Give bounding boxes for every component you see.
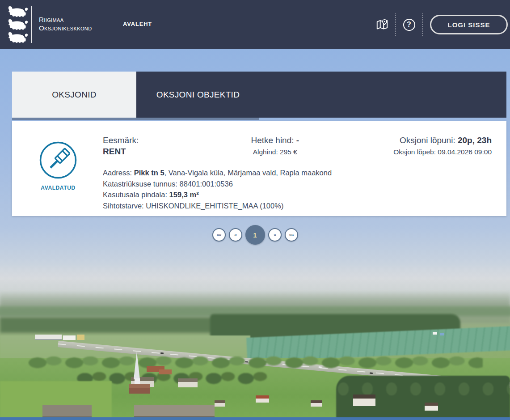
header-actions: ? LOGI SISSE: [369, 0, 508, 49]
photo-building: [77, 335, 84, 340]
current-price-line: Hetke hind: -: [219, 135, 331, 146]
photo-house: [256, 395, 269, 403]
time-left-value: 20p, 23h: [458, 136, 492, 145]
page: Riigimaa Oksjonikeskkond AVALEHT ? LOGI …: [0, 0, 510, 420]
auction-summary-row: Eesmärk: RENT Hetke hind: - Alghind: 295…: [103, 135, 492, 157]
map-icon[interactable]: [369, 11, 395, 38]
photo-red-roof-farm: [159, 369, 172, 374]
address-rest: , Vana-Vigala küla, Märjamaa vald, Rapla…: [164, 169, 332, 177]
photo-house: [311, 400, 322, 407]
current-price-value: -: [296, 136, 299, 145]
photo-building: [63, 335, 76, 340]
auction-status-block: AVALDATUD: [30, 135, 86, 216]
purpose-label: Eesmärk:: [103, 135, 219, 146]
property-details: Aadress: Pikk tn 5, Vana-Vigala küla, Mä…: [103, 167, 492, 211]
photo-car: [370, 372, 373, 374]
help-glyph: ?: [403, 19, 415, 31]
area-line: Kasutusala pindala: 159,3 m²: [103, 189, 492, 200]
tab-oksjonid[interactable]: OKSJONID: [12, 72, 136, 118]
start-price-line: Alghind: 295 €: [219, 147, 331, 157]
address-bold: Pikk tn 5: [134, 169, 164, 177]
purpose-column: Eesmärk: RENT: [103, 135, 219, 157]
photo-building: [440, 333, 444, 335]
pagination-current-page[interactable]: 1: [245, 225, 265, 245]
ends-at-value: 09.04.2026 09:00: [438, 148, 492, 156]
cadastral-line: Katastriüksuse tunnus: 88401:001:0536: [103, 178, 492, 190]
tab-oksjoni-objektid[interactable]: OKSJONI OBJEKTID: [136, 72, 260, 118]
time-left-line: Oksjoni lõpuni: 20p, 23h: [331, 135, 492, 146]
photo-building: [433, 332, 437, 335]
address-line: Aadress: Pikk tn 5, Vana-Vigala küla, Mä…: [103, 167, 492, 178]
footer-accent-bar: [0, 417, 510, 420]
pagination: «« « 1 » »»: [0, 225, 510, 245]
photo-house: [353, 395, 375, 406]
auction-details: Eesmärk: RENT Hetke hind: - Alghind: 295…: [86, 135, 492, 216]
cadastral-label: Katastriüksuse tunnus:: [103, 180, 180, 188]
help-icon[interactable]: ?: [396, 11, 422, 38]
area-value: 159,3 m²: [169, 191, 199, 199]
pagination-last-button[interactable]: »»: [285, 228, 298, 242]
current-price-label: Hetke hind:: [251, 136, 296, 145]
area-label: Kasutusala pindala:: [103, 191, 169, 199]
photo-house: [215, 400, 225, 407]
photo-manor-house: [178, 378, 198, 387]
land-use-label: Sihtotstarve:: [103, 202, 146, 210]
site-title-line2: Oksjonikeskkond: [39, 24, 92, 32]
price-column: Hetke hind: - Alghind: 295 €: [219, 135, 331, 157]
ends-at-line: Oksjon lõpeb: 09.04.2026 09:00: [331, 147, 492, 157]
land-use-value: UHISKONDLIKE_EHITISTE_MAA (100%): [146, 202, 283, 210]
estonia-coat-of-arms-icon: [4, 5, 29, 46]
photo-house: [425, 403, 438, 411]
app-header: Riigimaa Oksjonikeskkond AVALEHT ? LOGI …: [0, 0, 510, 49]
cadastral-value: 88401:001:0536: [180, 180, 233, 188]
photo-forest-strip: [0, 318, 215, 333]
purpose-value: RENT: [103, 146, 219, 157]
ends-at-label: Oksjon lõpeb:: [393, 148, 438, 156]
site-title-line1: Riigimaa: [39, 15, 92, 24]
address-label: Aadress:: [103, 169, 134, 177]
tab-underline: [12, 118, 259, 120]
land-use-line: Sihtotstarve: UHISKONDLIKE_EHITISTE_MAA …: [103, 200, 492, 212]
time-left-label: Oksjoni lõpuni:: [400, 136, 458, 145]
start-price-value: 295 €: [280, 148, 297, 156]
logo-divider: [31, 6, 32, 43]
gavel-icon: [39, 141, 77, 179]
header-divider: [422, 13, 423, 36]
pagination-next-button[interactable]: »: [268, 228, 282, 242]
time-column: Oksjoni lõpuni: 20p, 23h Oksjon lõpeb: 0…: [331, 135, 492, 157]
login-button[interactable]: LOGI SISSE: [430, 15, 508, 34]
tab-bar: OKSJONID OKSJONI OBJEKTID: [12, 72, 506, 118]
pagination-first-button[interactable]: ««: [212, 228, 226, 242]
auction-list-item[interactable]: AVALDATUD Eesmärk: RENT Hetke hind: - Al…: [12, 121, 506, 216]
photo-church-nave: [129, 384, 150, 394]
photo-barn: [134, 405, 215, 418]
pagination-prev-button[interactable]: «: [229, 228, 242, 242]
nav-item-avaleht[interactable]: AVALEHT: [123, 21, 152, 27]
start-price-label: Alghind:: [253, 148, 280, 156]
status-badge: AVALDATUD: [41, 185, 75, 191]
site-title: Riigimaa Oksjonikeskkond: [39, 15, 92, 32]
photo-building: [35, 335, 62, 340]
photo-church-spire: [134, 352, 140, 379]
